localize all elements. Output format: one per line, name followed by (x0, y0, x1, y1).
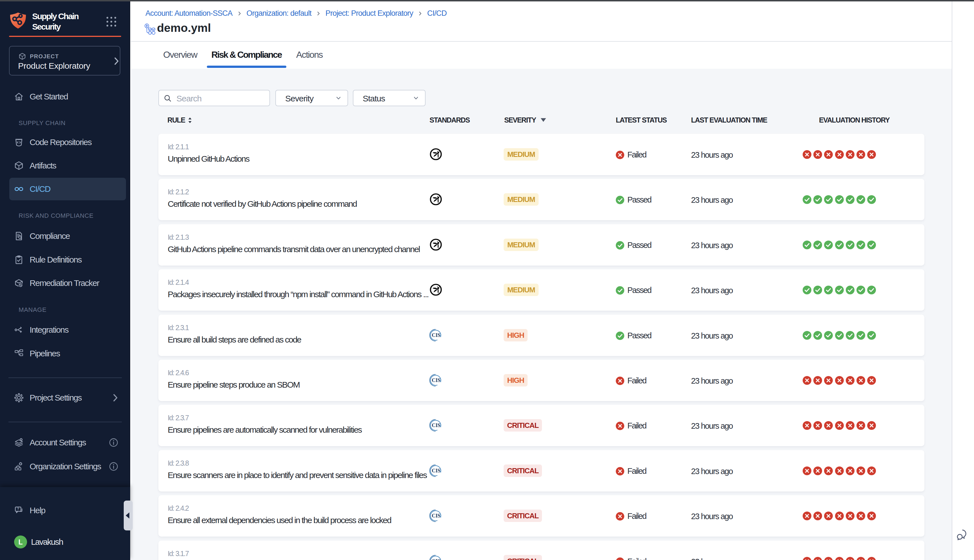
svg-text:?: ? (17, 507, 19, 511)
svg-text:CIS: CIS (432, 558, 440, 560)
svg-text:CIS: CIS (432, 332, 440, 338)
svg-text:CIS: CIS (432, 513, 440, 518)
svg-text:CIS: CIS (432, 423, 440, 428)
svg-text:CIS: CIS (432, 468, 440, 473)
svg-text:CIS: CIS (432, 377, 440, 383)
